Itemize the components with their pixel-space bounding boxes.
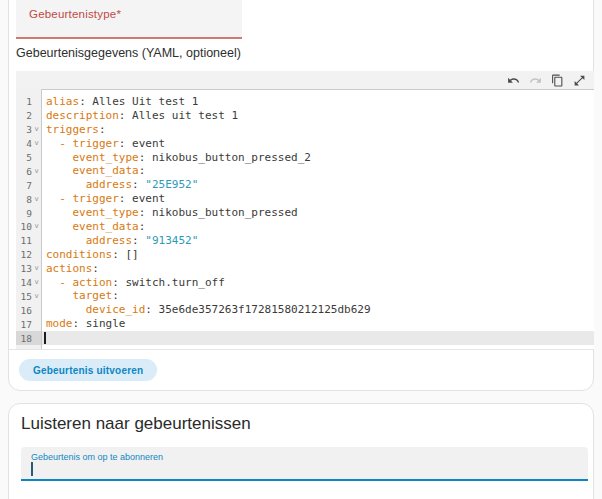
fold-toggle-icon[interactable]: v (32, 196, 41, 203)
line-number: 4 (16, 138, 32, 149)
fold-toggle-icon[interactable]: v (32, 265, 41, 272)
gutter-line: 6v (16, 164, 41, 178)
code-line[interactable]: event_type: nikobus_button_pressed_2 (42, 151, 594, 165)
listen-events-card: Luisteren naar gebeurtenissen Gebeurteni… (8, 403, 594, 499)
gutter-line: 7 (16, 178, 41, 192)
line-number: 3 (16, 124, 32, 135)
gutter-line: 3v (16, 123, 41, 137)
gutter-line: 11 (16, 234, 41, 248)
code-line[interactable]: event_data: (42, 164, 594, 178)
line-number: 18 (16, 333, 32, 344)
gutter-line: 15v (16, 289, 41, 303)
yaml-section-label: Gebeurtenisgegevens (YAML, optioneel) (16, 46, 241, 60)
code-line[interactable]: triggers: (42, 123, 594, 137)
code-line[interactable]: actions: (42, 262, 594, 276)
code-line[interactable]: event_type: nikobus_button_pressed (42, 206, 594, 220)
code-line[interactable] (42, 331, 594, 345)
line-number: 1 (16, 96, 32, 107)
line-number: 12 (16, 249, 32, 260)
gutter-line: 5 (16, 151, 41, 165)
line-number: 5 (16, 152, 32, 163)
code-line[interactable]: - trigger: event (42, 137, 594, 151)
code-line[interactable]: conditions: [] (42, 248, 594, 262)
subscribe-event-field[interactable]: Gebeurtenis om op te abonneren (21, 447, 588, 481)
redo-icon[interactable] (529, 74, 542, 87)
code-line[interactable]: mode: single (42, 317, 594, 331)
fold-toggle-icon[interactable]: v (32, 126, 41, 133)
code-line[interactable]: description: Alles uit test 1 (42, 109, 594, 123)
code-line[interactable]: target: (42, 289, 594, 303)
code-line[interactable]: event_data: (42, 220, 594, 234)
gutter-line: 8v (16, 192, 41, 206)
line-number: 14 (16, 277, 32, 288)
gutter-line: 1 (16, 95, 41, 109)
line-number: 9 (16, 208, 32, 219)
line-number: 11 (16, 235, 32, 246)
text-cursor (44, 332, 46, 344)
text-cursor (31, 462, 33, 476)
gutter-line: 10v (16, 220, 41, 234)
editor-gutter: 123v4v56v78v910v111213v14v15v161718 (16, 89, 42, 349)
code-line[interactable]: address: "25E952" (42, 178, 594, 192)
line-number: 7 (16, 180, 32, 191)
code-line[interactable]: - action: switch.turn_off (42, 276, 594, 290)
gutter-line: 12 (16, 248, 41, 262)
line-number: 10 (16, 221, 32, 232)
fire-event-button[interactable]: Gebeurtenis uitvoeren (19, 359, 157, 381)
gutter-line: 17 (16, 317, 41, 331)
code-line[interactable]: alias: Alles Uit test 1 (42, 95, 594, 109)
fire-event-card: Gebeurtenistype* Gebeurtenisgegevens (YA… (8, 0, 594, 391)
code-line[interactable]: - trigger: event (42, 192, 594, 206)
code-line[interactable]: device_id: 35e6de357263f17281580212125db… (42, 303, 594, 317)
fold-toggle-icon[interactable]: v (32, 293, 41, 300)
fold-toggle-icon[interactable]: v (32, 140, 41, 147)
line-number: 17 (16, 319, 32, 330)
card-divider (9, 349, 593, 350)
gutter-line: 9 (16, 206, 41, 220)
fold-toggle-icon[interactable]: v (32, 279, 41, 286)
line-number: 6 (16, 166, 32, 177)
listen-section-title: Luisteren naar gebeurtenissen (21, 414, 251, 434)
fold-toggle-icon[interactable]: v (32, 168, 41, 175)
event-type-field[interactable]: Gebeurtenistype* (16, 0, 242, 39)
editor-content: 123v4v56v78v910v111213v14v15v161718 alia… (16, 89, 594, 349)
expand-icon[interactable] (573, 74, 586, 87)
line-number: 2 (16, 110, 32, 121)
line-number: 13 (16, 263, 32, 274)
editor-code[interactable]: alias: Alles Uit test 1description: Alle… (42, 89, 594, 349)
gutter-line: 4v (16, 137, 41, 151)
event-type-field-label: Gebeurtenistype* (29, 8, 121, 20)
gutter-line: 13v (16, 262, 41, 276)
code-line[interactable]: address: "913452" (42, 234, 594, 248)
gutter-line: 18 (16, 331, 41, 345)
undo-icon[interactable] (507, 74, 520, 87)
editor-toolbar (16, 71, 594, 89)
gutter-line: 2 (16, 109, 41, 123)
copy-icon[interactable] (551, 74, 564, 87)
gutter-line: 16 (16, 303, 41, 317)
yaml-editor: 123v4v56v78v910v111213v14v15v161718 alia… (16, 71, 594, 349)
gutter-line: 14v (16, 276, 41, 290)
fold-toggle-icon[interactable]: v (32, 223, 41, 230)
line-number: 16 (16, 305, 32, 316)
subscribe-field-label: Gebeurtenis om op te abonneren (31, 452, 163, 462)
line-number: 15 (16, 291, 32, 302)
line-number: 8 (16, 194, 32, 205)
